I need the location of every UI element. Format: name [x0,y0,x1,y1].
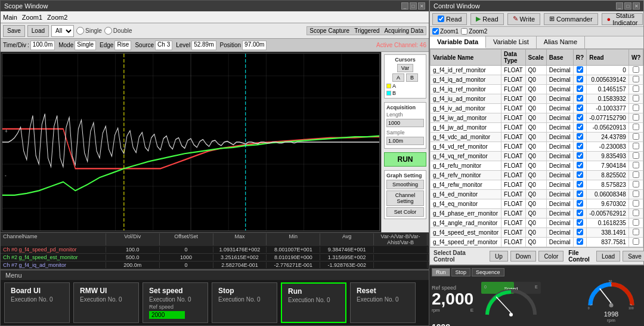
var-read-val: -0.077152790 [587,113,629,123]
var-w[interactable] [628,152,643,161]
board-ui-card[interactable]: Board UI Execution No. 0 [4,282,70,323]
var-r[interactable] [573,180,586,190]
ref-speed-input[interactable] [149,311,185,319]
rmw-ui-card[interactable]: RMW UI Execution No. 0 [73,282,139,323]
var-w[interactable] [628,180,643,190]
var-w[interactable] [628,209,643,219]
var-r[interactable] [573,142,586,152]
run-button[interactable]: RUN [384,152,426,167]
var-w[interactable] [628,75,643,85]
reset-card[interactable]: Reset Execution No. 0 [350,282,416,323]
length-input[interactable] [386,119,424,127]
var-w[interactable] [628,104,643,113]
sample-input[interactable] [386,137,424,145]
level-label: Level [176,42,190,48]
smoothing-button[interactable]: Smoothing [386,180,424,189]
single-radio[interactable] [76,27,84,35]
var-r[interactable] [573,123,586,133]
file-save-button[interactable]: Save [623,251,644,262]
var-r[interactable] [573,152,586,161]
menu-main[interactable]: Main [3,14,17,21]
run-card[interactable]: Run Execution No. 0 [281,282,346,323]
var-r[interactable] [573,104,586,113]
var-w[interactable] [628,199,643,209]
var-r[interactable] [573,75,586,85]
var-w[interactable] [628,238,643,247]
channel-setting-button[interactable]: Channel Setting [386,190,424,206]
zoom1-check[interactable] [438,16,444,22]
var-w[interactable] [628,123,643,133]
set-speed-card[interactable]: Set speed Execution No. 0 Ref speed [143,282,208,323]
ch1-offset: 0 [160,247,213,253]
var-w[interactable] [628,142,643,152]
var-r[interactable] [573,238,586,247]
save-button[interactable]: Save [3,25,25,37]
tab-variable-data[interactable]: Variable Data [430,36,486,48]
channel-select[interactable]: All [51,25,74,37]
var-r[interactable] [573,199,586,209]
var-w[interactable] [628,171,643,180]
cursor-var-button[interactable]: Var [397,64,413,72]
status-indicator-button[interactable]: ● Status Indicator [602,13,643,25]
var-w[interactable] [628,161,643,171]
maximize-button[interactable]: □ [410,2,417,10]
ctrl-close[interactable]: ✕ [633,2,640,10]
zoom2-checkbox[interactable] [461,28,467,35]
menu-zoom2[interactable]: Zoom2 [47,14,67,21]
var-w[interactable] [628,133,643,142]
write-button[interactable]: ✎ Write [507,13,540,25]
tab-variable-list[interactable]: Variable List [486,36,537,48]
zoom2-tab[interactable]: Zoom2 [461,28,487,35]
ch1-min: 8.001007E+001 [267,247,320,253]
read-button[interactable]: ▶ Read [470,13,503,25]
var-w[interactable] [628,85,643,94]
var-type: FLOAT [501,104,525,113]
close-button[interactable]: ✕ [418,2,425,10]
var-r[interactable] [573,161,586,171]
table-row: g_f4_jw_ad_monitor FLOAT Q0 Decimal -0.0… [431,123,644,133]
up-button[interactable]: Up [490,251,508,262]
zoom1-button[interactable]: Read [432,13,467,25]
table-row: g_f4_iv_ad_monitor FLOAT Q0 Decimal -0.1… [431,104,644,113]
tab-alias-name[interactable]: Alias Name [537,36,585,48]
ctrl-minimize[interactable]: _ [616,2,623,10]
var-r[interactable] [573,209,586,219]
cursor-b-button[interactable]: B [406,73,418,82]
var-r[interactable] [573,94,586,104]
stop-card[interactable]: Stop Execution No. 0 [212,282,277,323]
commander-button[interactable]: ⊞ Commander [544,13,598,25]
svg-line-26 [496,297,511,313]
ctrl-maximize[interactable]: □ [624,2,631,10]
down-button[interactable]: Down [510,251,537,262]
var-r[interactable] [573,113,586,123]
minimize-button[interactable]: _ [401,2,408,10]
var-w[interactable] [628,219,643,228]
dash-tab-stop[interactable]: Stop [451,268,471,276]
dash-tab-sequence[interactable]: Sequence [472,268,504,276]
cursor-a-button[interactable]: A [392,73,404,82]
color-button[interactable]: Color [538,251,564,262]
ch2-var [374,254,428,260]
zoom1-checkbox[interactable] [432,28,439,35]
var-r[interactable] [573,66,586,75]
menu-zoom1[interactable]: Zoom1 [22,14,42,21]
zoom1-tab[interactable]: Zoom1 [432,28,459,35]
var-w[interactable] [628,113,643,123]
dash-tab-run[interactable]: Run [432,268,450,276]
var-r[interactable] [573,85,586,94]
var-w[interactable] [628,66,643,75]
var-w[interactable] [628,94,643,104]
set-color-button[interactable]: Set Color [386,207,424,217]
var-w[interactable] [628,228,643,238]
var-name: g_f4_iw_ad_monitor [431,113,501,123]
double-radio[interactable] [104,27,112,35]
var-w[interactable] [628,190,643,199]
var-r[interactable] [573,133,586,142]
var-r[interactable] [573,228,586,238]
load-button[interactable]: Load [27,25,49,37]
var-r[interactable] [573,219,586,228]
cursor-b-name: B [392,90,396,96]
var-r[interactable] [573,171,586,180]
file-load-button[interactable]: Load [596,251,620,262]
var-r[interactable] [573,190,586,199]
